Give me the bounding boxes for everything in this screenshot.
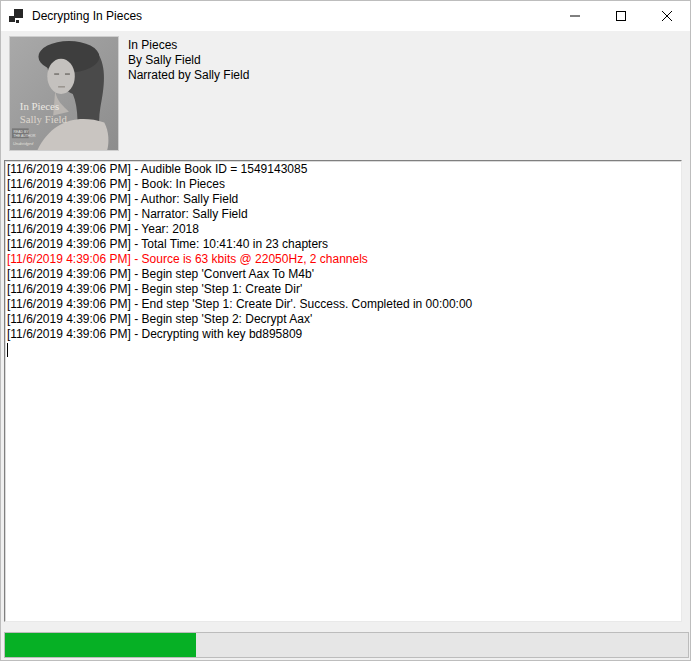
caret-line <box>7 342 679 357</box>
log-textbox[interactable]: [11/6/2019 4:39:06 PM] - Audible Book ID… <box>4 160 682 622</box>
maximize-icon <box>616 7 626 25</box>
log-line: [11/6/2019 4:39:06 PM] - End step 'Step … <box>7 297 679 312</box>
book-cover: In Pieces Sally Field READ BY THE AUTHOR… <box>9 36 119 151</box>
close-button[interactable] <box>644 1 690 31</box>
log-line: [11/6/2019 4:39:06 PM] - Audible Book ID… <box>7 162 679 177</box>
cover-badge-line2: THE AUTHOR <box>13 134 36 138</box>
log-line: [11/6/2019 4:39:06 PM] - Decrypting with… <box>7 327 679 342</box>
cover-author-text: Sally Field <box>20 113 68 125</box>
window-controls <box>552 1 690 31</box>
log-line: [11/6/2019 4:39:06 PM] - Author: Sally F… <box>7 192 679 207</box>
log-line: [11/6/2019 4:39:06 PM] - Year: 2018 <box>7 222 679 237</box>
window-title: Decrypting In Pieces <box>32 9 142 23</box>
log-line: [11/6/2019 4:39:06 PM] - Begin step 'Ste… <box>7 282 679 297</box>
log-line: [11/6/2019 4:39:06 PM] - Begin step 'Ste… <box>7 312 679 327</box>
book-narrator: Narrated by Sally Field <box>128 68 249 83</box>
progress-bar <box>4 632 689 658</box>
book-author: By Sally Field <box>128 53 249 68</box>
maximize-button[interactable] <box>598 1 644 31</box>
cover-title-text: In Pieces <box>20 100 59 112</box>
text-caret <box>7 343 8 357</box>
app-window: Decrypting In Pieces <box>0 0 691 661</box>
close-icon <box>662 7 672 25</box>
cover-badge-line3: Unabridged <box>13 141 34 146</box>
log-line: [11/6/2019 4:39:06 PM] - Begin step 'Con… <box>7 267 679 282</box>
log-line: [11/6/2019 4:39:06 PM] - Total Time: 10:… <box>7 237 679 252</box>
minimize-button[interactable] <box>552 1 598 31</box>
book-info: In Pieces By Sally Field Narrated by Sal… <box>128 38 249 83</box>
book-title: In Pieces <box>128 38 249 53</box>
content-area: In Pieces Sally Field READ BY THE AUTHOR… <box>1 31 690 661</box>
book-cover-image: In Pieces Sally Field READ BY THE AUTHOR… <box>10 37 118 150</box>
titlebar[interactable]: Decrypting In Pieces <box>1 1 690 31</box>
log-line: [11/6/2019 4:39:06 PM] - Narrator: Sally… <box>7 207 679 222</box>
minimize-icon <box>570 7 580 25</box>
log-line: [11/6/2019 4:39:06 PM] - Book: In Pieces <box>7 177 679 192</box>
progress-fill <box>5 633 196 657</box>
log-lines: [11/6/2019 4:39:06 PM] - Audible Book ID… <box>7 162 679 342</box>
log-line: [11/6/2019 4:39:06 PM] - Source is 63 kb… <box>7 252 679 267</box>
app-icon <box>9 9 23 23</box>
